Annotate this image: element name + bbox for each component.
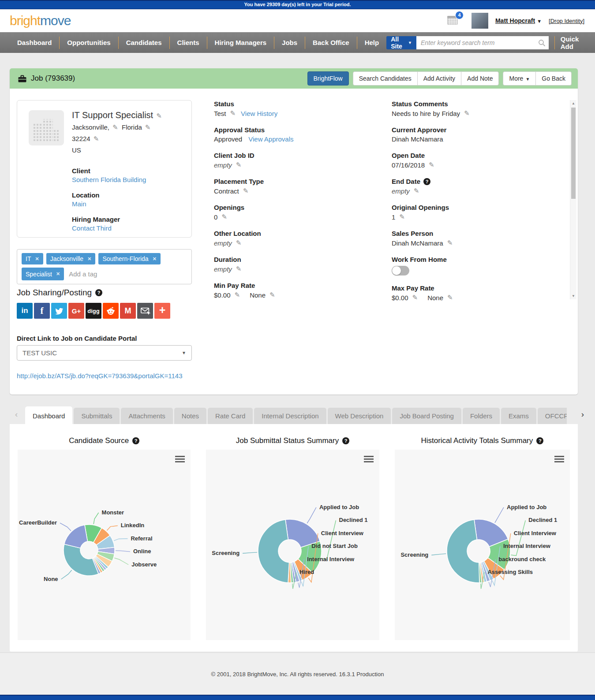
calendar-icon[interactable]: 4	[447, 15, 458, 27]
gmail-icon[interactable]: M	[120, 303, 136, 319]
chevron-down-icon: ▼	[408, 41, 412, 45]
tab-folders[interactable]: Folders	[463, 408, 500, 424]
drop-identity-link[interactable]: [Drop Identity]	[549, 18, 584, 24]
job-tags-box[interactable]: IT✕Jacksonville✕Southern-Florida✕Special…	[17, 249, 192, 284]
chart-menu-icon[interactable]	[364, 456, 374, 464]
tab-job-board-posting[interactable]: Job Board Posting	[392, 408, 461, 424]
nav-item-jobs[interactable]: Jobs	[274, 37, 305, 49]
user-avatar[interactable]	[472, 13, 488, 29]
tab-submittals[interactable]: Submittals	[74, 408, 120, 424]
nav-item-candidates[interactable]: Candidates	[118, 37, 169, 49]
facebook-icon[interactable]: f	[34, 303, 50, 319]
search-candidates-button[interactable]: Search Candidates	[353, 71, 418, 86]
edit-icon[interactable]: ✎	[269, 291, 275, 299]
tab-dashboard[interactable]: Dashboard	[25, 406, 72, 424]
tag-southern-florida[interactable]: Southern-Florida✕	[98, 253, 161, 264]
help-icon[interactable]: ?	[423, 178, 430, 185]
nav-item-opportunities[interactable]: Opportunities	[59, 37, 118, 49]
edit-icon[interactable]: ✎	[236, 161, 242, 169]
tag-jacksonville[interactable]: Jacksonville✕	[46, 253, 96, 264]
section-label: Location	[72, 191, 183, 199]
search-scope-select[interactable]: All Site▼	[386, 36, 416, 49]
tab-ofccp[interactable]: OFCCP	[538, 408, 567, 424]
help-icon[interactable]: ?	[132, 437, 139, 444]
reddit-icon[interactable]	[103, 303, 119, 319]
edit-icon[interactable]: ✎	[235, 291, 240, 299]
googleplus-icon[interactable]: G+	[68, 303, 84, 319]
view-history-link[interactable]: View History	[241, 110, 277, 117]
scroll-up-arrow[interactable]: ▲	[570, 100, 576, 107]
keyword-search-input[interactable]	[416, 36, 549, 49]
nav-item-help[interactable]: Help	[357, 37, 387, 49]
edit-icon[interactable]: ✎	[243, 187, 249, 195]
email-icon[interactable]	[137, 303, 153, 319]
digg-icon[interactable]: digg	[86, 303, 101, 319]
edit-icon[interactable]: ✎	[221, 213, 227, 221]
edit-icon[interactable]: ✎	[429, 161, 434, 169]
help-icon[interactable]: ?	[536, 437, 543, 444]
add-note-button[interactable]: Add Note	[461, 71, 499, 86]
user-menu[interactable]: Matt Hopcraft▼	[495, 17, 542, 24]
tabs-scroll-left-icon[interactable]: ‹	[15, 410, 18, 419]
edit-icon[interactable]: ✎	[399, 213, 405, 221]
edit-icon[interactable]: ✎	[156, 112, 162, 119]
nav-item-clients[interactable]: Clients	[169, 37, 207, 49]
edit-icon[interactable]: ✎	[447, 239, 453, 247]
brightmove-logo[interactable]: brightmove	[10, 13, 71, 28]
donut-slice-careerbuilder[interactable]	[64, 525, 88, 548]
remove-tag-icon[interactable]: ✕	[87, 256, 91, 262]
remove-tag-icon[interactable]: ✕	[153, 256, 157, 262]
tab-internal-description[interactable]: Internal Description	[254, 408, 326, 424]
contact-third-link[interactable]: Contact Third	[72, 224, 112, 232]
nav-item-dashboard[interactable]: Dashboard	[10, 37, 59, 49]
donut-slice-screening[interactable]	[447, 520, 479, 583]
edit-icon[interactable]: ✎	[236, 239, 242, 247]
search-icon[interactable]	[538, 39, 546, 48]
nav-item-back-office[interactable]: Back Office	[305, 37, 357, 49]
tab-exams[interactable]: Exams	[501, 408, 536, 424]
edit-icon[interactable]: ✎	[145, 123, 151, 131]
scroll-down-arrow[interactable]: ▼	[570, 293, 576, 299]
edit-icon[interactable]: ✎	[230, 109, 236, 117]
help-icon[interactable]: ?	[95, 289, 102, 296]
donut-slice-screening[interactable]	[258, 520, 289, 583]
portal-select[interactable]: TEST USIC ▼	[17, 345, 192, 361]
help-icon[interactable]: ?	[342, 437, 349, 444]
twitter-icon[interactable]	[51, 303, 67, 319]
add-tag-input[interactable]: Add a tag	[67, 268, 99, 280]
tab-notes[interactable]: Notes	[174, 408, 206, 424]
donut-slice-none[interactable]	[64, 544, 98, 576]
edit-icon[interactable]: ✎	[447, 294, 453, 302]
chart-menu-icon[interactable]	[175, 456, 185, 464]
tag-it[interactable]: IT✕	[22, 253, 43, 264]
remove-tag-icon[interactable]: ✕	[56, 271, 60, 277]
more-button[interactable]: More▼	[503, 71, 536, 86]
linkedin-icon[interactable]: in	[17, 303, 33, 319]
add-activity-button[interactable]: Add Activity	[417, 71, 461, 86]
edit-icon[interactable]: ✎	[414, 187, 419, 195]
details-scrollbar[interactable]: ▲ ▼	[570, 100, 576, 299]
portal-url-link[interactable]: http://ejob.bz/ATS/jb.do?reqGK=793639&po…	[17, 372, 183, 380]
edit-icon[interactable]: ✎	[94, 135, 99, 142]
go-back-button[interactable]: Go Back	[535, 71, 572, 86]
remove-tag-icon[interactable]: ✕	[35, 256, 39, 262]
nav-item-hiring-managers[interactable]: Hiring Managers	[207, 37, 274, 49]
southern-florida-building-link[interactable]: Southern Florida Building	[72, 176, 146, 183]
edit-icon[interactable]: ✎	[112, 123, 118, 131]
tab-web-description[interactable]: Web Description	[328, 408, 391, 424]
edit-icon[interactable]: ✎	[236, 265, 242, 273]
tabs-scroll-right-icon[interactable]: ›	[581, 410, 584, 419]
edit-icon[interactable]: ✎	[464, 109, 470, 117]
quick-add-button[interactable]: Quick Add	[561, 35, 589, 50]
tab-attachments[interactable]: Attachments	[121, 408, 172, 424]
tag-specialist[interactable]: Specialist✕	[22, 268, 64, 280]
brightflow-button[interactable]: BrightFlow	[307, 71, 349, 86]
edit-icon[interactable]: ✎	[412, 294, 418, 302]
view-approvals-link[interactable]: View Approvals	[248, 135, 293, 143]
work-from-home-toggle[interactable]	[392, 266, 409, 276]
main-link[interactable]: Main	[72, 200, 86, 208]
addthis-icon[interactable]: +	[154, 303, 170, 319]
scrollbar-thumb[interactable]	[571, 108, 576, 199]
tab-rate-card[interactable]: Rate Card	[208, 408, 253, 424]
chart-menu-icon[interactable]	[554, 456, 564, 464]
